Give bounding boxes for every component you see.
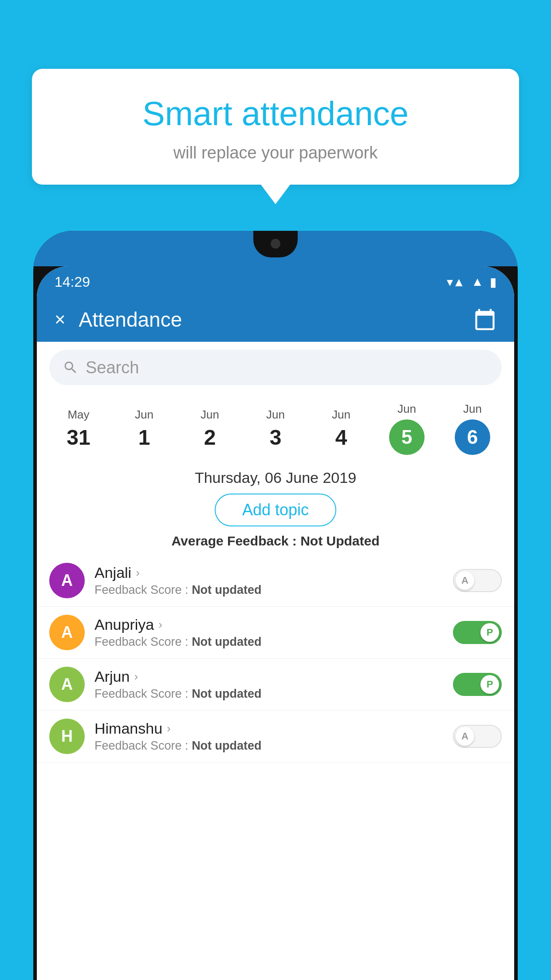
toggle-thumb: P [480, 675, 499, 694]
student-info: Anupriya ›Feedback Score : Not updated [94, 616, 443, 649]
chevron-icon: › [167, 722, 171, 735]
cal-month-label: Jun [332, 408, 350, 422]
phone-frame: 14:29 ▾▲ ▲ ▮ × Attendance Search [33, 231, 518, 980]
attendance-toggle[interactable]: A [453, 725, 502, 748]
student-avatar: A [49, 667, 85, 702]
toggle-track: A [453, 569, 502, 592]
calendar-icon[interactable] [473, 308, 496, 331]
status-time: 14:29 [55, 274, 90, 290]
search-bar[interactable]: Search [49, 350, 502, 385]
phone-notch-area [33, 231, 518, 266]
cal-month-label: Jun [135, 408, 153, 422]
cal-month-label: Jun [266, 408, 285, 422]
signal-icon: ▲ [471, 275, 484, 289]
student-list-item[interactable]: AAnupriya ›Feedback Score : Not updatedP [37, 607, 514, 659]
student-avatar: A [49, 615, 85, 650]
student-feedback: Feedback Score : Not updated [94, 687, 443, 701]
toggle-thumb: P [480, 623, 499, 642]
avg-feedback: Average Feedback : Not Updated [37, 533, 514, 549]
student-list-item[interactable]: AAnjali ›Feedback Score : Not updatedA [37, 555, 514, 607]
student-info: Arjun ›Feedback Score : Not updated [94, 668, 443, 701]
calendar-date-item[interactable]: May31 [46, 403, 111, 454]
student-avatar: A [49, 563, 85, 598]
student-info: Anjali ›Feedback Score : Not updated [94, 564, 443, 597]
cal-month-label: May [67, 408, 89, 422]
cal-month-label: Jun [398, 402, 416, 416]
attendance-toggle[interactable]: P [453, 621, 502, 644]
add-topic-button[interactable]: Add topic [215, 494, 336, 526]
calendar-date-item[interactable]: Jun1 [111, 403, 177, 454]
chevron-icon: › [158, 618, 162, 632]
student-feedback: Feedback Score : Not updated [94, 583, 443, 597]
status-bar: 14:29 ▾▲ ▲ ▮ [37, 266, 514, 297]
chevron-icon: › [136, 566, 140, 580]
toggle-track: P [453, 621, 502, 644]
cal-day-label: 2 [204, 425, 216, 450]
student-name: Anjali › [94, 564, 443, 581]
toggle-thumb: A [456, 571, 474, 590]
student-avatar: H [49, 719, 85, 754]
toggle-track: P [453, 673, 502, 696]
selected-date: Thursday, 06 June 2019 [37, 459, 514, 494]
status-icons: ▾▲ ▲ ▮ [447, 275, 496, 289]
student-feedback: Feedback Score : Not updated [94, 635, 443, 649]
cal-month-label: Jun [201, 408, 219, 422]
cal-month-label: Jun [463, 402, 482, 416]
app-header: × Attendance [37, 297, 514, 342]
cal-day-label: 3 [270, 425, 282, 450]
phone-inner: 14:29 ▾▲ ▲ ▮ × Attendance Search [37, 266, 514, 980]
cal-day-label: 6 [455, 419, 490, 455]
toggle-track: A [453, 725, 502, 748]
attendance-toggle[interactable]: A [453, 569, 502, 592]
toggle-thumb: A [456, 727, 474, 746]
avg-feedback-label: Average Feedback : [171, 533, 296, 548]
student-name: Arjun › [94, 668, 443, 685]
student-list-item[interactable]: AArjun ›Feedback Score : Not updatedP [37, 659, 514, 711]
wifi-icon: ▾▲ [447, 275, 465, 289]
battery-icon: ▮ [490, 275, 496, 289]
student-name: Himanshu › [94, 720, 443, 737]
chevron-icon: › [134, 670, 138, 684]
calendar-date-item[interactable]: Jun6 [440, 398, 505, 459]
calendar-date-item[interactable]: Jun5 [374, 398, 440, 459]
student-list: AAnjali ›Feedback Score : Not updatedAAA… [37, 555, 514, 763]
speech-bubble: Smart attendance will replace your paper… [32, 69, 519, 185]
app-content: Search May31Jun1Jun2Jun3Jun4Jun5Jun6 Thu… [37, 342, 514, 763]
cal-day-label: 5 [389, 419, 425, 455]
header-title: Attendance [79, 308, 473, 332]
cal-day-label: 1 [138, 425, 150, 450]
calendar-date-item[interactable]: Jun3 [243, 403, 308, 454]
calendar-row: May31Jun1Jun2Jun3Jun4Jun5Jun6 [37, 393, 514, 459]
cal-day-label: 31 [67, 425, 90, 450]
student-feedback: Feedback Score : Not updated [94, 739, 443, 753]
cal-day-label: 4 [335, 425, 347, 450]
close-button[interactable]: × [55, 309, 66, 330]
bubble-subtitle: will replace your paperwork [59, 143, 492, 162]
avg-feedback-value: Not Updated [300, 533, 379, 548]
phone-camera [271, 239, 280, 249]
calendar-date-item[interactable]: Jun4 [308, 403, 374, 454]
student-info: Himanshu ›Feedback Score : Not updated [94, 720, 443, 753]
calendar-date-item[interactable]: Jun2 [177, 403, 243, 454]
student-name: Anupriya › [94, 616, 443, 633]
search-icon [63, 360, 79, 375]
bubble-title: Smart attendance [59, 93, 492, 134]
attendance-toggle[interactable]: P [453, 673, 502, 696]
search-input-placeholder: Search [86, 358, 139, 377]
student-list-item[interactable]: HHimanshu ›Feedback Score : Not updatedA [37, 711, 514, 763]
